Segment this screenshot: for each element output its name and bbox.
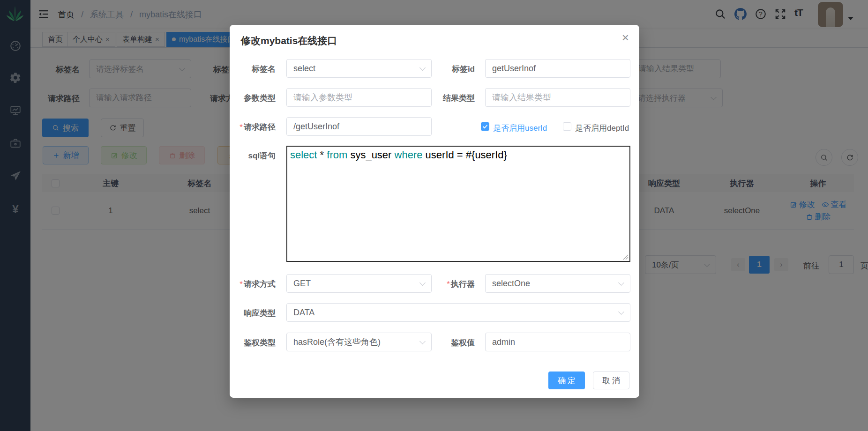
method-value: GET (293, 279, 311, 289)
auth-value-input[interactable] (485, 333, 630, 351)
tag-name-value: select (293, 64, 315, 74)
result-type-label: 结果类型 (429, 93, 480, 104)
chevron-down-icon (419, 280, 426, 286)
response-type-value: DATA (293, 308, 314, 318)
chevron-down-icon (419, 338, 426, 344)
result-type-input[interactable] (485, 88, 630, 107)
response-type-label: 响应类型 (230, 308, 281, 319)
response-type-select[interactable]: DATA (286, 303, 630, 322)
required-mark: * (239, 280, 242, 289)
auth-type-select[interactable]: hasRole(含有这些角色) (286, 333, 432, 351)
chevron-down-icon (618, 280, 624, 286)
cancel-button[interactable]: 取消 (593, 372, 629, 389)
request-path-input[interactable] (286, 117, 432, 136)
sql-text: * (317, 149, 327, 161)
sql-text: userId = #{userId} (422, 149, 507, 161)
auth-type-value: hasRole(含有这些角色) (293, 336, 381, 348)
sql-textarea[interactable]: select * from sys_user where userId = #{… (286, 146, 630, 262)
check-icon (481, 123, 489, 130)
confirm-button-label: 确定 (558, 375, 577, 386)
sql-text: sys_user (347, 149, 394, 161)
app-root: ¥ 首页 / 系统工具 / mybatis在线接口 (0, 0, 868, 431)
confirm-button[interactable]: 确定 (548, 372, 585, 389)
resize-handle-icon[interactable] (623, 254, 629, 260)
sql-keyword: select (290, 149, 317, 161)
param-type-input[interactable] (286, 88, 432, 107)
tag-id-input[interactable] (485, 59, 630, 78)
executor-label: *执行器 (429, 279, 480, 290)
tag-name-select[interactable]: select (286, 59, 432, 78)
sql-keyword: where (395, 149, 423, 161)
enable-deptid-label[interactable]: 是否启用deptId (575, 123, 629, 134)
chevron-down-icon (618, 309, 624, 315)
auth-value-label: 鉴权值 (429, 337, 480, 348)
auth-type-label: 鉴权类型 (230, 337, 281, 348)
tag-name-label: 标签名 (230, 64, 281, 74)
required-mark: * (446, 280, 449, 289)
required-mark: * (239, 123, 242, 132)
request-method-label: *请求方式 (230, 279, 281, 290)
sql-keyword: from (327, 149, 347, 161)
enable-userid-checkbox[interactable] (481, 122, 489, 131)
executor-select[interactable]: selectOne (485, 274, 630, 293)
chevron-down-icon (419, 65, 426, 71)
param-type-label: 参数类型 (230, 93, 281, 104)
edit-mybatis-dialog: 修改mybatis在线接口 × 标签名 select 标签id 参数类型 结果类… (230, 25, 639, 398)
request-path-label: *请求路径 (230, 122, 281, 133)
cancel-button-label: 取消 (602, 375, 622, 386)
enable-deptid-checkbox[interactable] (563, 122, 571, 131)
executor-value: selectOne (492, 279, 530, 289)
dialog-close-icon[interactable]: × (622, 31, 629, 44)
dialog-title: 修改mybatis在线接口 (241, 34, 337, 47)
enable-userid-label[interactable]: 是否启用userId (493, 123, 547, 134)
request-method-select[interactable]: GET (286, 274, 432, 293)
tag-id-label: 标签id (429, 64, 480, 74)
sql-label: sql语句 (230, 150, 281, 161)
